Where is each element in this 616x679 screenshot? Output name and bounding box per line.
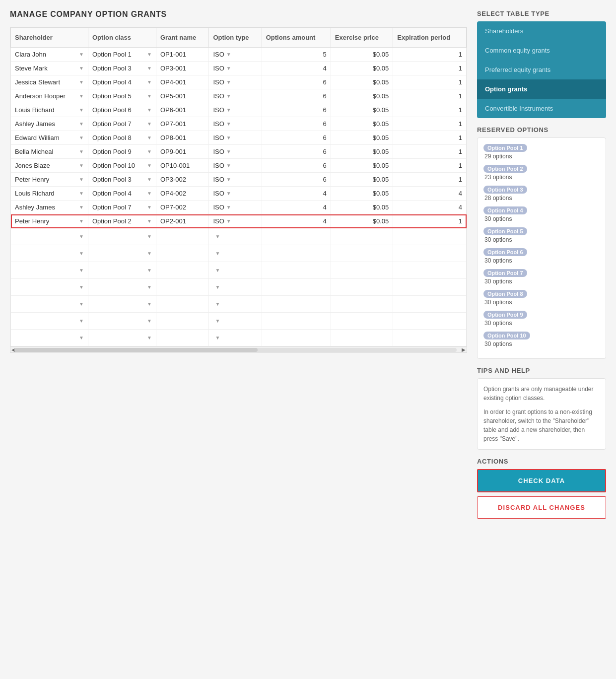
option-class-dropdown-arrow[interactable]: ▼ — [147, 218, 152, 224]
col-options-amount: Options amount — [262, 28, 331, 48]
shareholder-dropdown-arrow[interactable]: ▼ — [79, 135, 84, 140]
option-type-dropdown-arrow[interactable]: ▼ — [226, 121, 231, 127]
option-class-dropdown-arrow[interactable]: ▼ — [147, 93, 152, 99]
shareholder-value: Edward William — [15, 134, 78, 141]
option-class-dropdown-arrow[interactable]: ▼ — [147, 66, 152, 71]
option-pool-count-4: 30 options — [483, 236, 600, 243]
check-data-button[interactable]: CHECK DATA — [477, 469, 606, 492]
empty-dropdown-arrow[interactable]: ▼ — [147, 318, 152, 324]
empty-dropdown-arrow[interactable]: ▼ — [147, 301, 152, 307]
shareholder-dropdown-arrow[interactable]: ▼ — [79, 149, 84, 154]
empty-type-dropdown-arrow[interactable]: ▼ — [215, 268, 220, 273]
empty-dropdown-arrow[interactable]: ▼ — [79, 251, 84, 256]
options-amount-value: 6 — [323, 162, 327, 169]
option-type-dropdown-arrow[interactable]: ▼ — [226, 135, 231, 140]
option-pool-badge-6: Option Pool 7 — [483, 269, 527, 277]
table-type-item-2[interactable]: Preferred equity grants — [477, 60, 606, 79]
expiration-period-value: 1 — [459, 162, 462, 169]
option-class-dropdown-arrow[interactable]: ▼ — [147, 52, 152, 57]
horizontal-scrollbar[interactable]: ◀ ▶ — [10, 346, 467, 352]
empty-dropdown-arrow[interactable]: ▼ — [147, 335, 152, 340]
option-type-dropdown-arrow[interactable]: ▼ — [226, 52, 231, 57]
empty-type-dropdown-arrow[interactable]: ▼ — [215, 284, 220, 290]
option-type-dropdown-arrow[interactable]: ▼ — [226, 163, 231, 168]
scrollbar-thumb[interactable] — [14, 348, 258, 352]
option-class-dropdown-arrow[interactable]: ▼ — [147, 149, 152, 154]
cell-option-class: Option Pool 2▼ — [88, 214, 156, 228]
option-type-dropdown-arrow[interactable]: ▼ — [226, 107, 231, 113]
page-title: MANAGE COMPANY OPTION GRANTS — [10, 10, 467, 19]
cell-option-class: Option Pool 10▼ — [88, 159, 156, 173]
cell-grant-name: OP5-001 — [156, 89, 208, 103]
cell-options-amount: 4 — [262, 62, 331, 75]
shareholder-dropdown-arrow[interactable]: ▼ — [79, 218, 84, 224]
empty-type-dropdown-arrow[interactable]: ▼ — [215, 251, 220, 256]
cell-exercise-price: $0.05 — [331, 159, 393, 173]
shareholder-value: Anderson Hooper — [15, 92, 78, 100]
empty-dropdown-arrow[interactable]: ▼ — [79, 284, 84, 290]
table-type-item-1[interactable]: Common equity grants — [477, 41, 606, 60]
options-amount-value: 6 — [323, 120, 327, 128]
empty-type-dropdown-arrow[interactable]: ▼ — [215, 234, 220, 239]
shareholder-dropdown-arrow[interactable]: ▼ — [79, 79, 84, 85]
empty-dropdown-arrow[interactable]: ▼ — [147, 268, 152, 273]
empty-dropdown-arrow[interactable]: ▼ — [147, 234, 152, 239]
shareholder-dropdown-arrow[interactable]: ▼ — [79, 191, 84, 196]
table-type-item-4[interactable]: Convertible Instruments — [477, 99, 606, 118]
discard-changes-button[interactable]: DISCARD ALL CHANGES — [477, 496, 606, 519]
table-row: Louis Richard▼Option Pool 6▼OP6-001ISO▼6… — [11, 103, 467, 117]
option-pool-entry-0: Option Pool 129 options — [483, 144, 600, 160]
option-pool-count-9: 30 options — [483, 340, 600, 347]
cell-option-class: Option Pool 4▼ — [88, 187, 156, 201]
option-class-dropdown-arrow[interactable]: ▼ — [147, 177, 152, 182]
cell-option-type: ISO▼ — [209, 145, 262, 159]
option-class-dropdown-arrow[interactable]: ▼ — [147, 191, 152, 196]
empty-dropdown-arrow[interactable]: ▼ — [79, 268, 84, 273]
option-class-dropdown-arrow[interactable]: ▼ — [147, 121, 152, 127]
col-shareholder: Shareholder — [11, 28, 88, 48]
table-type-item-0[interactable]: Shareholders — [477, 21, 606, 41]
option-class-dropdown-arrow[interactable]: ▼ — [147, 79, 152, 85]
cell-options-amount: 4 — [262, 187, 331, 201]
option-type-dropdown-arrow[interactable]: ▼ — [226, 204, 231, 210]
option-pool-badge-3: Option Pool 4 — [483, 206, 527, 214]
empty-dropdown-arrow[interactable]: ▼ — [79, 301, 84, 307]
cell-option-class: Option Pool 9▼ — [88, 145, 156, 159]
cell-option-type: ISO▼ — [209, 201, 262, 214]
option-class-dropdown-arrow[interactable]: ▼ — [147, 107, 152, 113]
option-type-dropdown-arrow[interactable]: ▼ — [226, 66, 231, 71]
option-type-dropdown-arrow[interactable]: ▼ — [226, 93, 231, 99]
option-type-dropdown-arrow[interactable]: ▼ — [226, 149, 231, 154]
option-class-dropdown-arrow[interactable]: ▼ — [147, 163, 152, 168]
option-type-dropdown-arrow[interactable]: ▼ — [226, 218, 231, 224]
shareholder-dropdown-arrow[interactable]: ▼ — [79, 204, 84, 210]
option-type-dropdown-arrow[interactable]: ▼ — [226, 79, 231, 85]
shareholder-dropdown-arrow[interactable]: ▼ — [79, 93, 84, 99]
expiration-period-value: 1 — [459, 92, 462, 100]
shareholder-dropdown-arrow[interactable]: ▼ — [79, 107, 84, 113]
empty-type-dropdown-arrow[interactable]: ▼ — [215, 301, 220, 307]
option-class-dropdown-arrow[interactable]: ▼ — [147, 204, 152, 210]
empty-type-dropdown-arrow[interactable]: ▼ — [215, 335, 220, 340]
cell-option-type: ISO▼ — [209, 89, 262, 103]
option-type-value: ISO — [213, 51, 224, 58]
empty-dropdown-arrow[interactable]: ▼ — [79, 234, 84, 239]
shareholder-dropdown-arrow[interactable]: ▼ — [79, 121, 84, 127]
empty-dropdown-arrow[interactable]: ▼ — [147, 251, 152, 256]
option-pool-badge-9: Option Pool 10 — [483, 332, 530, 340]
shareholder-dropdown-arrow[interactable]: ▼ — [79, 177, 84, 182]
empty-dropdown-arrow[interactable]: ▼ — [147, 284, 152, 290]
shareholder-dropdown-arrow[interactable]: ▼ — [79, 163, 84, 168]
shareholder-dropdown-arrow[interactable]: ▼ — [79, 52, 84, 57]
option-class-dropdown-arrow[interactable]: ▼ — [147, 135, 152, 140]
cell-grant-name: OP2-001 — [156, 214, 208, 228]
empty-dropdown-arrow[interactable]: ▼ — [79, 318, 84, 324]
option-type-dropdown-arrow[interactable]: ▼ — [226, 191, 231, 196]
scroll-right-arrow[interactable]: ▶ — [462, 347, 466, 352]
table-type-item-3[interactable]: Option grants — [477, 79, 606, 99]
empty-dropdown-arrow[interactable]: ▼ — [79, 335, 84, 340]
empty-type-dropdown-arrow[interactable]: ▼ — [215, 318, 220, 324]
shareholder-dropdown-arrow[interactable]: ▼ — [79, 66, 84, 71]
option-class-value: Option Pool 4 — [92, 190, 146, 197]
option-type-dropdown-arrow[interactable]: ▼ — [226, 177, 231, 182]
